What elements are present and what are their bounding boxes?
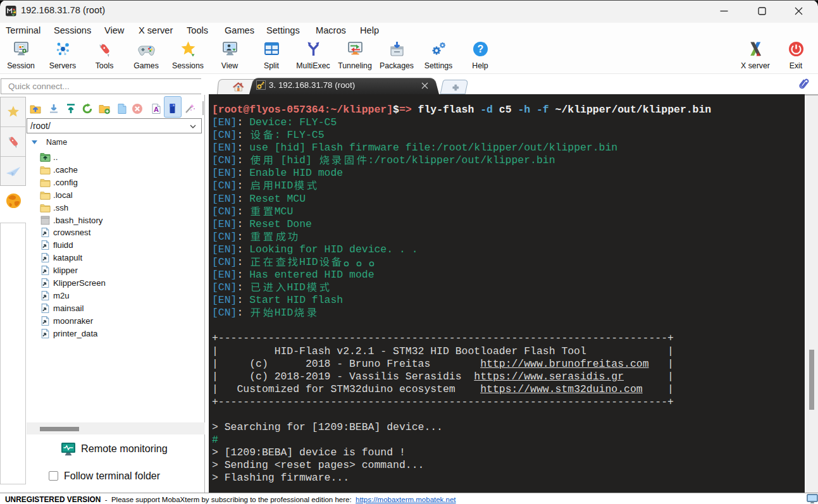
svg-text:A: A [154, 106, 159, 113]
svg-text:?: ? [477, 44, 483, 54]
